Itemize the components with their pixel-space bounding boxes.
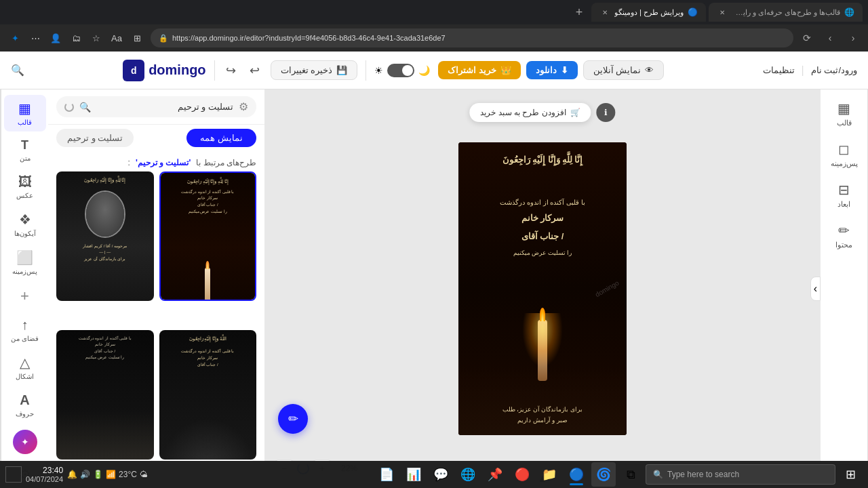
copilot-button[interactable]: ✦ xyxy=(5,28,24,47)
text-icon-sidebar: T xyxy=(21,138,28,152)
download-button[interactable]: ⬇ دانلود xyxy=(526,61,578,79)
sidebar-tool-bg[interactable]: ⬜ پس‌زمینه xyxy=(4,244,46,281)
t3-flowers xyxy=(159,418,257,460)
tab-1-close[interactable]: ✕ xyxy=(717,7,728,18)
back-button[interactable]: ‹ xyxy=(844,28,863,47)
taskbar-search-icon: 🔍 xyxy=(653,470,663,479)
template-card-4[interactable]: با قلبی آکنده از اندوه درگذشتسرکار خانم/… xyxy=(56,330,154,460)
undo-button[interactable]: ↩ xyxy=(247,60,262,81)
search-input[interactable] xyxy=(96,102,233,112)
forward-button[interactable]: › xyxy=(821,28,840,47)
crown-icon: 👑 xyxy=(500,65,511,75)
system-tray[interactable]: 🌤 23°C 📶 🔋 🔊 🔔 xyxy=(67,470,148,479)
tab-2-label: ویرایش طرح | دومینگو xyxy=(614,8,684,17)
refresh-button[interactable]: ⟳ xyxy=(797,28,816,47)
clock[interactable]: 23:40 04/07/2024 xyxy=(26,466,63,483)
collections-button[interactable]: 🗂 xyxy=(66,28,85,47)
sidebar-tool-fonts[interactable]: A حروف xyxy=(4,387,46,423)
subscribe-btn-label: خرید اشتراک xyxy=(448,65,496,75)
show-desktop-button[interactable] xyxy=(5,466,22,483)
taskbar-search[interactable]: 🔍 Type here to search xyxy=(646,464,835,485)
start-button[interactable]: ⊞ xyxy=(838,462,863,487)
app4-icon: 🔴 xyxy=(515,467,530,482)
more-button[interactable]: ⋯ xyxy=(26,28,45,47)
address-bar-row: ‹ › ⟳ 🔒 https://app.domingo.ir/editor?in… xyxy=(0,24,868,52)
bottom-line2: صبر و آرامش داریم xyxy=(465,415,620,426)
floating-action-button[interactable]: ✏ xyxy=(278,404,308,434)
taskbar-domingo[interactable]: 🔵 xyxy=(564,462,589,487)
taskbar-edge[interactable]: 🌀 xyxy=(591,462,616,487)
redo-button[interactable]: ↪ xyxy=(223,60,239,81)
bg-icon-sidebar: ⬜ xyxy=(16,249,33,266)
reader-button[interactable]: Aa xyxy=(107,28,126,47)
save-icon: 💾 xyxy=(336,65,347,75)
sidebar-tool-shapes[interactable]: △ اشکال xyxy=(4,349,46,386)
template-card-1[interactable]: إِنَّا لِلَّهِ وَإِنَّا إِلَيْهِ رَاجِعُ… xyxy=(159,171,257,301)
add-to-cart-label: افزودن طرح به سبد خرید xyxy=(480,108,566,117)
sidebar-tool-text[interactable]: T متن xyxy=(4,133,46,167)
sidebar-tool-plus[interactable]: + xyxy=(4,282,46,310)
tab-2-close[interactable]: ✕ xyxy=(599,7,610,18)
volume-icon: 🔊 xyxy=(80,470,90,479)
favorites-button[interactable]: ☆ xyxy=(87,28,106,47)
collapse-panel-button[interactable]: › xyxy=(810,277,821,301)
add-to-cart-button[interactable]: 🛒 افزودن طرح به سبد خرید xyxy=(469,103,591,122)
taskbar-app5[interactable]: 📌 xyxy=(483,462,507,487)
sidebar-tool-icons[interactable]: ❖ آیکون‌ها xyxy=(4,206,46,243)
online-preview-button[interactable]: 👁 نمایش آنلاین xyxy=(583,60,665,80)
line4: را تسلیت عرض میکنیم xyxy=(465,247,620,259)
taskbar-app9[interactable]: 📄 xyxy=(374,462,399,487)
filter-button[interactable]: ⚙ xyxy=(239,100,248,113)
info-button[interactable]: ℹ xyxy=(597,103,616,122)
related-prefix: طرح‌های مرتبط با xyxy=(196,158,256,167)
taskbar-app8[interactable]: 📊 xyxy=(401,462,426,487)
shapes-icon-sidebar: △ xyxy=(20,354,30,371)
tab-2[interactable]: 🔵 ویرایش طرح | دومینگو ✕ xyxy=(591,3,706,22)
taskbar-explorer[interactable]: 📁 xyxy=(537,462,561,487)
address-box[interactable]: 🔒 https://app.domingo.ir/editor?industry… xyxy=(151,28,793,47)
dark-mode-toggle[interactable]: 🌙 ☀ xyxy=(374,64,430,77)
header-search-icon[interactable]: 🔍 xyxy=(11,64,24,77)
taskbar-app4[interactable]: 🔴 xyxy=(510,462,534,487)
template-card-2[interactable]: إِنَّا لِلَّهِ وَإِنَّا إِلَيْهِ رَاجِعُ… xyxy=(56,171,154,301)
tool-dimensions[interactable]: ⊟ ابعاد xyxy=(824,176,865,214)
design-canvas[interactable]: إِنَّا لِلَّهِ وَإِنَّا إِلَيْهِ رَاجِعُ… xyxy=(458,142,627,435)
t1-arabic: إِنَّا لِلَّهِ وَإِنَّا إِلَيْهِ رَاجِعُ… xyxy=(187,178,229,186)
sun-icon: ☀ xyxy=(374,65,383,76)
line1: با قلبی آکنده از اندوه درگذشت xyxy=(465,197,620,209)
subscribe-button[interactable]: 👑 خرید اشتراک xyxy=(438,61,521,79)
sidebar-tool-photo[interactable]: 🖼 عکس xyxy=(4,169,46,205)
template-card-3[interactable]: اللَّهُ وَإِنَّا إِلَيْهِ رَاجِعُونَ با … xyxy=(159,330,257,460)
tool-template[interactable]: ▦ قالب xyxy=(824,95,865,133)
t2-persian: مرحومه / آقا / کریم افشار— | —برای بازما… xyxy=(83,243,127,263)
tool-background[interactable]: ◻ پس‌زمینه xyxy=(824,136,865,174)
taskbar-app6[interactable]: 🌐 xyxy=(456,462,480,487)
toggle-track[interactable] xyxy=(387,64,414,77)
colon: : xyxy=(128,158,130,167)
taskbar-app7[interactable]: 💬 xyxy=(429,462,453,487)
shapes-label-sidebar: اشکال xyxy=(16,373,34,380)
save-button[interactable]: 💾 ذخیره تغییرات xyxy=(271,60,358,80)
settings-button[interactable]: تنظیمات xyxy=(763,65,795,75)
logo[interactable]: domingo d xyxy=(123,60,205,81)
tab-1[interactable]: 🌐 قالب‌ها و طرح‌های حرفه‌ای و رایگان ✕ xyxy=(709,3,863,22)
logo-text: domingo xyxy=(149,62,205,78)
sidebar-tool-myspace[interactable]: ↑ فضای من xyxy=(4,312,46,348)
right-tool-sidebar: ▦ قالب T متن 🖼 عکس ❖ آیکون‌ها ⬜ پس‌زمینه… xyxy=(1,89,48,488)
show-all-button[interactable]: نمایش همه xyxy=(186,129,256,147)
sidebar-tool-template[interactable]: ▦ قالب xyxy=(4,95,46,131)
templates-grid: إِنَّا لِلَّهِ وَإِنَّا إِلَيْهِ رَاجِعُ… xyxy=(48,171,264,488)
taskbar: ⊞ 🔍 Type here to search ⧉ 🌀 🔵 📁 🔴 📌 🌐 💬 … xyxy=(0,461,868,488)
search-icon: 🔍 xyxy=(79,102,91,113)
related-keyword: 'تسلیت و ترحیم' xyxy=(136,158,191,167)
taslieh-button[interactable]: تسلیت و ترحیم xyxy=(56,129,134,147)
tool-content[interactable]: ✏ محتوا xyxy=(824,217,865,255)
register-button[interactable]: ورود/ثبت نام xyxy=(811,65,857,75)
t2-portrait xyxy=(85,190,125,238)
profile-button[interactable]: 👤 xyxy=(46,28,65,47)
new-tab-button[interactable]: + xyxy=(570,3,589,22)
sidebar-tool-ai[interactable]: ✦ xyxy=(4,424,46,460)
background-icon: ◻ xyxy=(838,141,850,157)
apps-button[interactable]: ⊞ xyxy=(127,28,146,47)
taskbar-task-view[interactable]: ⧉ xyxy=(618,462,643,487)
